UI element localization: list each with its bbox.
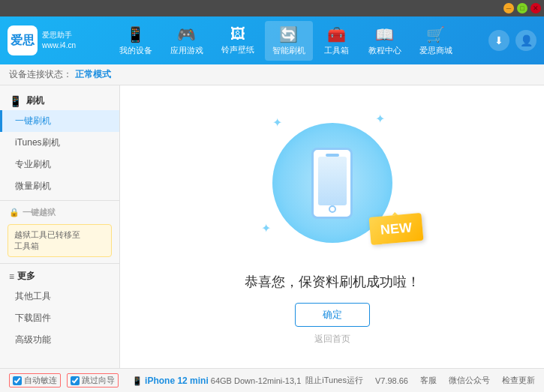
device-system: Down-12mini-13,1 [234, 376, 301, 385]
download-button[interactable]: ⬇ [488, 30, 509, 51]
smartflash-icon: 🔄 [279, 25, 298, 43]
footer-left: 自动敏连 跳过向导 📱 iPhone 12 mini 64GB Down-12m… [9, 373, 305, 388]
sidebar-item-firmware[interactable]: 下载固件 [0, 307, 119, 329]
back-link[interactable]: 返回首页 [314, 333, 350, 346]
status-label: 设备连接状态： [9, 68, 72, 81]
maximize-button[interactable]: □ [517, 3, 527, 13]
nav-items: 📱 我的设备 🎮 应用游戏 🖼 铃声壁纸 🔄 智能刷机 🧰 工具箱 📖 教程中心… [83, 21, 488, 61]
logo-icon: 爱思 [8, 25, 38, 55]
sidebar-warning: 越狱工具已转移至工具箱 [8, 224, 112, 257]
auto-connect-checkbox-label[interactable]: 自动敏连 [9, 373, 61, 388]
sidebar: 📱 刷机 一键刷机 iTunes刷机 专业刷机 微量刷机 🔒 一键越狱 越狱工具… [0, 85, 120, 368]
wechat-link[interactable]: 微信公众号 [449, 375, 490, 386]
nav-apps[interactable]: 🎮 应用游戏 [163, 21, 211, 61]
nav-smartflash[interactable]: 🔄 智能刷机 [265, 21, 313, 61]
footer-right: 阻止iTunes运行 V7.98.66 客服 微信公众号 检查更新 [305, 375, 535, 386]
sidebar-divider-1 [0, 200, 119, 201]
sidebar-item-itunes[interactable]: iTunes刷机 [0, 132, 119, 154]
nav-mydevice[interactable]: 📱 我的设备 [112, 21, 160, 61]
nav-mydevice-label: 我的设备 [119, 45, 152, 56]
sidebar-item-advanced[interactable]: 高级功能 [0, 329, 119, 351]
nav-wallpaper-label: 铃声壁纸 [221, 44, 254, 55]
nav-tutorial[interactable]: 📖 教程中心 [361, 21, 409, 61]
sparkle-icon-2: ✦ [375, 112, 385, 126]
auto-connect-checkbox[interactable] [13, 376, 22, 385]
sidebar-item-micro[interactable]: 微量刷机 [0, 175, 119, 197]
confirm-button[interactable]: 确定 [295, 303, 370, 327]
illustration: ✦ ✦ ✦ NEW [250, 108, 415, 258]
jailbreak-label: 一键越狱 [23, 207, 56, 218]
toolbox-icon: 🧰 [327, 25, 346, 43]
titlebar: ─ □ ✕ [0, 0, 544, 16]
auto-connect-label: 自动敏连 [24, 375, 57, 386]
device-name: iPhone 12 mini [145, 376, 209, 386]
prevent-itunes-label: 阻止iTunes运行 [305, 375, 363, 386]
phone-speaker [326, 154, 339, 157]
nav-shop-label: 爱思商城 [419, 45, 452, 56]
device-info: 📱 iPhone 12 mini 64GB Down-12mini-13,1 [132, 376, 301, 386]
more-section-header: ≡ 更多 [0, 267, 119, 286]
logo-text: 爱思助手 www.i4.cn [42, 30, 76, 51]
sparkle-icon-1: ✦ [272, 115, 282, 130]
device-storage: 64GB [211, 376, 232, 385]
device-icon: 📱 [132, 376, 143, 385]
footer: 自动敏连 跳过向导 📱 iPhone 12 mini 64GB Down-12m… [0, 368, 544, 392]
status-value: 正常模式 [75, 68, 111, 81]
main-content: 📱 刷机 一键刷机 iTunes刷机 专业刷机 微量刷机 🔒 一键越狱 越狱工具… [0, 85, 544, 368]
content-area: ✦ ✦ ✦ NEW 恭喜您，保资料刷机成功啦！ 确定 返回首页 [120, 85, 544, 368]
flash-section-icon: 📱 [9, 95, 22, 107]
sparkle-icon-3: ✦ [261, 221, 271, 235]
skip-wizard-checkbox-label[interactable]: 跳过向导 [67, 373, 119, 388]
nav-toolbox[interactable]: 🧰 工具箱 [316, 21, 358, 61]
tutorial-icon: 📖 [375, 25, 394, 43]
skip-wizard-checkbox[interactable] [71, 376, 80, 385]
mydevice-icon: 📱 [126, 25, 145, 43]
user-button[interactable]: 👤 [515, 30, 536, 51]
nav-wallpaper[interactable]: 🖼 铃声壁纸 [214, 21, 262, 61]
service-link[interactable]: 客服 [420, 375, 437, 386]
wallpaper-icon: 🖼 [230, 25, 245, 43]
status-bar: 设备连接状态： 正常模式 [0, 64, 544, 85]
more-label: 更多 [17, 270, 35, 283]
flash-section-label: 刷机 [26, 94, 44, 107]
skip-wizard-label: 跳过向导 [82, 375, 115, 386]
nav-apps-label: 应用游戏 [170, 45, 203, 56]
sidebar-divider-2 [0, 263, 119, 264]
nav-right: ⬇ 👤 [488, 30, 536, 51]
nav-shop[interactable]: 🛒 爱思商城 [412, 21, 460, 61]
warning-text: 越狱工具已转移至工具箱 [14, 230, 80, 250]
update-link[interactable]: 检查更新 [502, 375, 535, 386]
logo-url: www.i4.cn [42, 40, 76, 51]
phone-screen [318, 157, 347, 205]
logo-area: 爱思 爱思助手 www.i4.cn [8, 25, 83, 55]
nav-toolbox-label: 工具箱 [324, 45, 349, 56]
sidebar-item-pro[interactable]: 专业刷机 [0, 154, 119, 175]
sidebar-item-onekey[interactable]: 一键刷机 [0, 110, 119, 132]
apps-icon: 🎮 [177, 25, 196, 43]
new-badge: NEW [368, 213, 423, 245]
flash-section-header: 📱 刷机 [0, 91, 119, 110]
phone-body [311, 148, 353, 219]
lock-icon: 🔒 [9, 208, 20, 217]
version-label: V7.98.66 [375, 376, 408, 385]
shop-icon: 🛒 [426, 25, 445, 43]
nav-smartflash-label: 智能刷机 [272, 45, 305, 56]
more-icon: ≡ [9, 271, 14, 282]
success-message: 恭喜您，保资料刷机成功啦！ [245, 273, 420, 291]
logo-name: 爱思助手 [42, 30, 76, 40]
logo-abbr: 爱思 [11, 33, 35, 49]
jailbreak-section-header: 🔒 一键越狱 [0, 204, 119, 221]
sidebar-item-othertools[interactable]: 其他工具 [0, 286, 119, 307]
close-button[interactable]: ✕ [530, 3, 541, 13]
nav-tutorial-label: 教程中心 [368, 45, 401, 56]
minimize-button[interactable]: ─ [503, 3, 514, 13]
phone-home-button [329, 205, 336, 213]
top-navigation: 爱思 爱思助手 www.i4.cn 📱 我的设备 🎮 应用游戏 🖼 铃声壁纸 🔄… [0, 16, 544, 64]
